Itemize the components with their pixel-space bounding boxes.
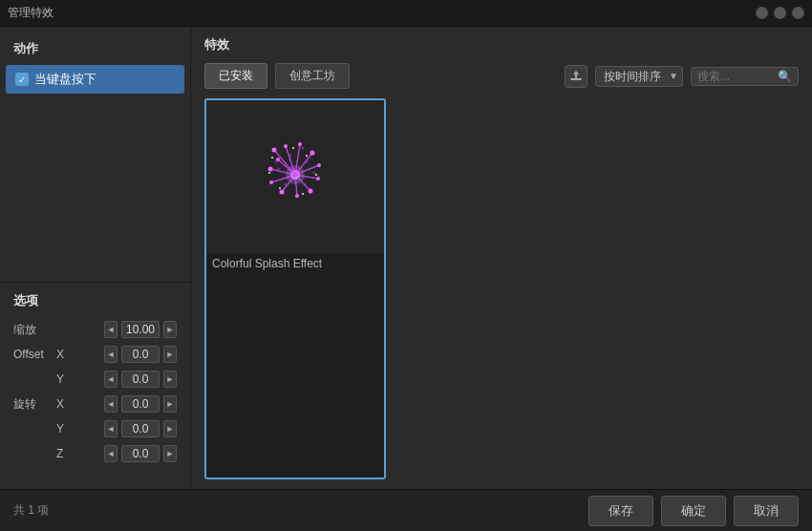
rotation-y-decrease[interactable]: ◄ (104, 420, 118, 437)
rotation-x-label: X (56, 397, 74, 411)
svg-point-31 (304, 183, 307, 186)
effects-grid: Colorful Splash Effect (204, 98, 799, 479)
svg-point-25 (280, 190, 285, 195)
svg-point-33 (278, 168, 281, 171)
effect-card[interactable]: Colorful Splash Effect (204, 98, 386, 479)
svg-point-22 (316, 177, 320, 181)
offset-y-increase[interactable]: ► (163, 371, 177, 388)
offset-x-value: 0.0 (121, 346, 160, 363)
action-label: 当键盘按下 (34, 71, 96, 88)
firework-svg (238, 119, 353, 234)
rotation-y-row: Y ◄ 0.0 ► (13, 420, 177, 437)
scale-row: 缩放 ◄ 10.00 ► (13, 321, 177, 338)
minimize-button[interactable] (774, 7, 786, 19)
titlebar-title: 管理特效 (8, 5, 53, 21)
tab-installed[interactable]: 已安装 (204, 63, 267, 89)
rotation-y-spinner: ◄ 0.0 ► (104, 420, 177, 437)
rotation-z-spinner: ◄ 0.0 ► (104, 445, 177, 462)
left-panel: 动作 ✓ 当键盘按下 选项 缩放 ◄ 10.00 ► Offset X ◄ (0, 27, 191, 489)
scale-spinner: ◄ 10.00 ► (104, 321, 177, 338)
offset-x-decrease[interactable]: ◄ (104, 346, 118, 363)
effect-preview (206, 100, 384, 253)
rotation-z-decrease[interactable]: ◄ (104, 445, 118, 462)
sort-select[interactable]: 按时间排序 (595, 66, 683, 87)
rotation-x-decrease[interactable]: ◄ (104, 395, 118, 413)
svg-point-32 (285, 183, 288, 186)
svg-point-27 (268, 167, 273, 172)
maximize-button[interactable] (792, 7, 804, 19)
scale-decrease[interactable]: ◄ (104, 321, 118, 338)
close-button[interactable] (756, 7, 768, 19)
svg-point-30 (306, 160, 309, 163)
svg-point-23 (309, 189, 313, 194)
offset-y-decrease[interactable]: ◄ (104, 371, 118, 388)
rotation-z-row: Z ◄ 0.0 ► (13, 445, 177, 462)
checkbox-icon: ✓ (15, 73, 29, 86)
bottom-bar: 共 1 项 保存 确定 取消 (0, 489, 812, 531)
offset-x-row: Offset X ◄ 0.0 ► (13, 346, 177, 363)
offset-x-increase[interactable]: ► (163, 346, 177, 363)
svg-point-38 (306, 155, 308, 157)
cancel-button[interactable]: 取消 (734, 496, 799, 526)
offset-y-row: Y ◄ 0.0 ► (13, 371, 177, 388)
rotation-x-increase[interactable]: ► (163, 395, 177, 413)
search-box: 🔍 (691, 67, 799, 86)
upload-button[interactable] (565, 65, 588, 88)
rotation-x-row: 旋转 X ◄ 0.0 ► (13, 395, 177, 413)
offset-y-label: Y (56, 372, 74, 386)
rotation-y-label: Y (56, 422, 74, 435)
status-text: 共 1 项 (13, 502, 588, 519)
titlebar-controls (756, 7, 804, 19)
svg-point-34 (302, 147, 305, 150)
right-panel: 特效 已安装 创意工坊 按时间排序 ▼ 🔍 (191, 27, 812, 489)
rotation-z-value: 0.0 (121, 445, 160, 462)
svg-point-19 (298, 142, 302, 146)
confirm-button[interactable]: 确定 (661, 496, 726, 526)
rotation-x-value: 0.0 (121, 395, 160, 413)
bottom-buttons: 保存 确定 取消 (588, 496, 799, 526)
svg-marker-2 (573, 71, 579, 74)
rotation-z-increase[interactable]: ► (163, 445, 177, 462)
scale-value: 10.00 (121, 321, 160, 338)
offset-y-value: 0.0 (121, 371, 160, 388)
svg-point-29 (289, 155, 292, 158)
offset-y-spinner: ◄ 0.0 ► (104, 371, 177, 388)
svg-point-37 (292, 147, 294, 149)
svg-rect-0 (570, 78, 582, 80)
options-title: 选项 (13, 292, 177, 309)
svg-point-18 (284, 144, 288, 148)
svg-point-24 (295, 194, 299, 198)
svg-point-43 (271, 157, 273, 159)
main-layout: 动作 ✓ 当键盘按下 选项 缩放 ◄ 10.00 ► Offset X ◄ (0, 27, 812, 489)
rotation-z-label: Z (56, 447, 74, 460)
svg-point-26 (269, 181, 273, 184)
rotation-label: 旋转 (13, 396, 56, 413)
svg-point-35 (313, 172, 316, 175)
svg-point-20 (310, 151, 315, 156)
svg-point-41 (279, 187, 281, 189)
titlebar: 管理特效 (0, 0, 812, 27)
action-item-keyboard[interactable]: ✓ 当键盘按下 (6, 65, 184, 94)
svg-point-40 (302, 193, 304, 195)
svg-point-36 (275, 160, 278, 163)
svg-point-42 (268, 172, 270, 174)
offset-x-label: X (56, 348, 74, 361)
offset-label: Offset (13, 348, 56, 361)
offset-x-spinner: ◄ 0.0 ► (104, 346, 177, 363)
tabs-row: 已安装 创意工坊 按时间排序 ▼ 🔍 (204, 63, 799, 89)
rotation-y-value: 0.0 (121, 420, 160, 437)
options-section: 选项 缩放 ◄ 10.00 ► Offset X ◄ 0.0 ► (0, 282, 190, 479)
search-input[interactable] (697, 70, 774, 83)
effect-name: Colorful Splash Effect (206, 253, 384, 274)
effects-title: 特效 (204, 36, 799, 53)
svg-point-21 (317, 163, 321, 167)
save-button[interactable]: 保存 (588, 496, 653, 526)
scale-label: 缩放 (13, 322, 56, 338)
actions-title: 动作 (0, 36, 190, 65)
search-icon: 🔍 (778, 70, 792, 83)
rotation-y-increase[interactable]: ► (163, 420, 177, 437)
sort-wrapper: 按时间排序 ▼ (595, 66, 683, 87)
tab-workshop[interactable]: 创意工坊 (275, 63, 350, 89)
scale-increase[interactable]: ► (163, 321, 177, 338)
svg-point-39 (315, 174, 317, 176)
